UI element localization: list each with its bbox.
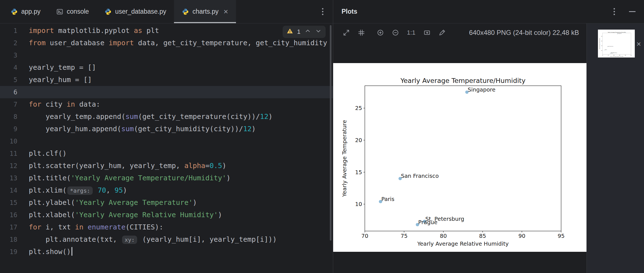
code-line[interactable]: 6 bbox=[0, 86, 333, 98]
code-line[interactable]: 13plt.title('Yearly Average Temperature/… bbox=[0, 172, 333, 184]
code-editor[interactable]: 1import matplotlib.pyplot as plt2from us… bbox=[0, 23, 333, 273]
line-number[interactable]: 7 bbox=[0, 98, 17, 111]
code-line[interactable]: 17for i, txt in enumerate(CITIES): bbox=[0, 221, 333, 233]
point-label: Prague bbox=[610, 52, 613, 54]
code-text: plt.xlim(*args: 70, 95) bbox=[17, 184, 127, 197]
code-line[interactable]: 7for city in data: bbox=[0, 98, 333, 111]
line-number[interactable]: 9 bbox=[0, 123, 17, 135]
tab-options-kebab-icon[interactable] bbox=[320, 6, 326, 17]
close-tab-icon[interactable]: × bbox=[224, 8, 228, 16]
code-line[interactable]: 5yearly_hum = [] bbox=[0, 74, 333, 86]
tab-console[interactable]: console bbox=[48, 0, 97, 23]
plots-panel-title: Plots bbox=[342, 8, 357, 15]
console-icon bbox=[56, 8, 63, 15]
axes-frame bbox=[365, 86, 561, 231]
eyedropper-icon[interactable] bbox=[438, 29, 446, 36]
line-number[interactable]: 8 bbox=[0, 111, 17, 123]
code-text: yearly_hum.append(sum(get_city_humidity(… bbox=[17, 123, 256, 135]
plot-thumbnail-image: Yearly Average Temperature/Humidity70758… bbox=[598, 30, 635, 58]
line-number[interactable]: 3 bbox=[0, 49, 17, 61]
zoom-actual-size-label[interactable]: 1:1 bbox=[407, 29, 416, 36]
tab-label: app.py bbox=[21, 8, 40, 15]
point-label: Singapore bbox=[617, 33, 622, 34]
line-number[interactable]: 10 bbox=[0, 135, 17, 147]
code-line[interactable]: 14plt.xlim(*args: 70, 95) bbox=[0, 184, 333, 197]
warning-icon bbox=[287, 28, 293, 36]
code-line[interactable]: 15plt.ylabel('Yearly Average Temperature… bbox=[0, 197, 333, 209]
tab-label: console bbox=[67, 8, 89, 15]
code-text: plt.xlabel('Yearly Average Relative Humi… bbox=[17, 209, 222, 221]
prev-problem-chevron-up-icon[interactable] bbox=[304, 28, 311, 36]
plot-thumbnail[interactable]: Yearly Average Temperature/Humidity70758… bbox=[598, 30, 635, 58]
code-line[interactable]: 10 bbox=[0, 135, 333, 147]
zoom-out-icon[interactable] bbox=[392, 29, 399, 36]
code-text: plt.scatter(yearly_hum, yearly_temp, alp… bbox=[17, 160, 226, 172]
line-number[interactable]: 1 bbox=[0, 25, 17, 37]
line-number[interactable]: 4 bbox=[0, 61, 17, 74]
line-number[interactable]: 14 bbox=[0, 184, 17, 197]
x-tick-label: 90 bbox=[518, 233, 525, 239]
plots-options-kebab-icon[interactable] bbox=[611, 6, 617, 17]
code-line[interactable]: 12plt.scatter(yearly_hum, yearly_temp, a… bbox=[0, 160, 333, 172]
code-text bbox=[17, 86, 29, 98]
editor-pane: app.py console user_database.py charts.p… bbox=[0, 0, 333, 273]
line-number[interactable]: 17 bbox=[0, 221, 17, 233]
x-tick-label: 80 bbox=[440, 233, 447, 239]
code-line[interactable]: 2from user_database import data, get_cit… bbox=[0, 37, 333, 49]
line-number[interactable]: 6 bbox=[0, 86, 17, 98]
code-line[interactable]: 8 yearly_temp.append(sum(get_city_temper… bbox=[0, 111, 333, 123]
code-text: for city in data: bbox=[17, 98, 100, 111]
chart-title: Yearly Average Temperature/Humidity bbox=[400, 77, 526, 85]
code-text: plt.annotate(txt, xy: (yearly_hum[i], ye… bbox=[17, 233, 277, 246]
point-label: San Francisco bbox=[608, 46, 613, 47]
code-line[interactable]: 16plt.xlabel('Yearly Average Relative Hu… bbox=[0, 209, 333, 221]
plot-image[interactable]: Yearly Average Temperature/Humidity70758… bbox=[333, 63, 586, 252]
x-tick-label: 70 bbox=[361, 233, 368, 239]
line-number[interactable]: 16 bbox=[0, 209, 17, 221]
python-icon bbox=[104, 8, 112, 15]
fit-content-icon[interactable] bbox=[343, 29, 350, 36]
code-line[interactable]: 4yearly_temp = [] bbox=[0, 61, 333, 74]
x-tick-label: 75 bbox=[608, 55, 609, 56]
fit-to-window-icon[interactable] bbox=[423, 29, 431, 36]
y-tick-label: 15 bbox=[355, 169, 362, 176]
code-text: yearly_temp = [] bbox=[17, 61, 96, 74]
tab-user-database-py[interactable]: user_database.py bbox=[97, 0, 174, 23]
code-text: import matplotlib.pyplot as plt bbox=[17, 25, 159, 37]
plot-canvas-zone: Yearly Average Temperature/Humidity70758… bbox=[333, 42, 586, 273]
code-line[interactable]: 3 bbox=[0, 49, 333, 61]
point-label: Prague bbox=[418, 219, 438, 226]
code-text bbox=[17, 49, 29, 61]
code-line[interactable]: 19plt.show() bbox=[0, 246, 333, 258]
editor-scrollbar[interactable] bbox=[330, 25, 331, 241]
tab-label: charts.py bbox=[192, 8, 218, 15]
x-tick-label: 90 bbox=[625, 55, 626, 56]
line-number[interactable]: 13 bbox=[0, 172, 17, 184]
minimize-panel-icon[interactable] bbox=[629, 11, 636, 12]
y-tick-label: 25 bbox=[601, 36, 602, 37]
axes-frame bbox=[603, 33, 631, 54]
code-line[interactable]: 18 plt.annotate(txt, xy: (yearly_hum[i],… bbox=[0, 233, 333, 246]
line-number[interactable]: 5 bbox=[0, 74, 17, 86]
code-line[interactable]: 11plt.clf() bbox=[0, 147, 333, 160]
line-number[interactable]: 12 bbox=[0, 160, 17, 172]
zoom-in-icon[interactable] bbox=[377, 29, 384, 36]
tab-charts-py[interactable]: charts.py × bbox=[174, 0, 236, 23]
code-line[interactable]: 9 yearly_hum.append(sum(get_city_humidit… bbox=[0, 123, 333, 135]
code-text: yearly_hum = [] bbox=[17, 74, 92, 86]
y-tick-label: 20 bbox=[601, 40, 602, 42]
next-problem-chevron-down-icon[interactable] bbox=[315, 28, 322, 36]
line-number[interactable]: 18 bbox=[0, 233, 17, 246]
scatter-plot: Yearly Average Temperature/Humidity70758… bbox=[333, 63, 586, 252]
plots-toolbar: 1:1 640x480 PNG (24-bit color) 22,48 kB bbox=[333, 23, 586, 42]
y-tick-label: 25 bbox=[355, 105, 362, 111]
crop-grid-icon[interactable] bbox=[358, 29, 365, 36]
tab-app-py[interactable]: app.py bbox=[3, 0, 48, 23]
point-label: Singapore bbox=[468, 87, 495, 93]
line-number[interactable]: 2 bbox=[0, 37, 17, 49]
line-number[interactable]: 15 bbox=[0, 197, 17, 209]
line-number[interactable]: 19 bbox=[0, 246, 17, 258]
text-caret bbox=[71, 247, 72, 256]
close-plot-icon[interactable]: × bbox=[636, 40, 641, 48]
line-number[interactable]: 11 bbox=[0, 147, 17, 160]
